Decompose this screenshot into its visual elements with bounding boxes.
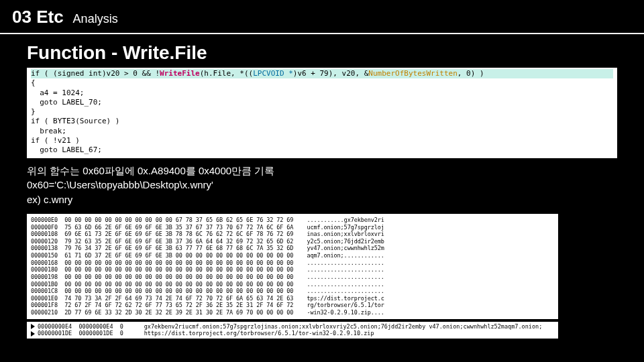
code-line-9: goto LABEL_67; xyxy=(31,145,102,154)
content-area: Function - Write.File if ( (signed int)v… xyxy=(0,34,644,339)
code-block: if ( (signed int)v20 > 0 && !WriteFile(h… xyxy=(27,68,617,158)
header-bar: 03 Etc Analysis xyxy=(0,0,644,34)
slide: 03 Etc Analysis Function - Write.File if… xyxy=(0,0,644,362)
triangle-icon xyxy=(31,331,35,337)
code-line-2: { xyxy=(31,78,36,87)
code-line-7: break; xyxy=(31,127,66,135)
explanation-line-2: 0x60='C:\Users\topyabbb\Desktop\x.wnry' xyxy=(27,178,617,192)
explanation-text: 위의 함수는 0x60파일에 0x.A89400를 0x4000만큼 기록 0x… xyxy=(27,164,617,207)
explanation-line-3: ex) c.wnry xyxy=(27,192,617,207)
section-title: Function - Write.File xyxy=(27,42,617,64)
code-line-8: if ( !v21 ) xyxy=(31,136,80,145)
explanation-line-1: 위의 함수는 0x60파일에 0x.A89400를 0x4000만큼 기록 xyxy=(27,164,617,178)
string-row-2: 00000001DE 00000001DE 0 https://dist.tor… xyxy=(38,330,374,337)
triangle-icon xyxy=(31,324,35,329)
code-line-5: } xyxy=(31,107,36,116)
code-line-4: goto LABEL_70; xyxy=(31,98,102,107)
code-line-3: a4 = 1024; xyxy=(31,88,84,97)
string-row-1: 00000000E4 00000000E4 0 gx7ekbenv2riucmf… xyxy=(38,323,542,330)
header-subtitle: Analysis xyxy=(73,12,118,26)
string-table-panel: 00000000E4 00000000E4 0 gx7ekbenv2riucmf… xyxy=(27,322,558,339)
code-line-6: if ( BYTE3(Source) ) xyxy=(31,117,119,125)
header-section-number: 03 Etc xyxy=(12,7,64,27)
code-writefile-call: WriteFile xyxy=(160,69,200,78)
hex-dump-panel: 000000E0 00 00 00 00 00 00 00 00 00 00 0… xyxy=(27,214,558,319)
code-line-1: if ( (signed int)v20 > 0 && !WriteFile(h… xyxy=(31,69,613,78)
